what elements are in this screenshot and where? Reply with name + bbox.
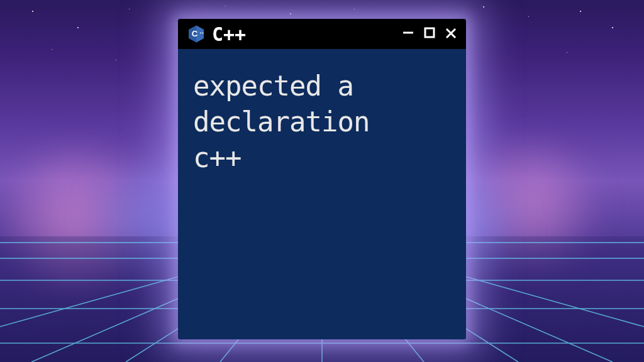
- close-button[interactable]: [445, 26, 457, 42]
- svg-text:+: +: [202, 31, 204, 35]
- maximize-button[interactable]: [423, 26, 436, 41]
- titlebar[interactable]: C + + C++: [178, 19, 466, 49]
- svg-rect-20: [425, 28, 434, 37]
- error-message-text: expected a declaration c++: [193, 68, 451, 176]
- window-title: C++: [212, 23, 396, 45]
- window-body: expected a declaration c++: [178, 49, 466, 339]
- terminal-window: C + + C++ expected a declaration c++: [178, 19, 466, 339]
- svg-text:C: C: [192, 29, 198, 38]
- svg-text:+: +: [199, 31, 201, 35]
- cpp-hexagon-icon: C + +: [187, 25, 206, 43]
- window-controls: [402, 26, 457, 42]
- minimize-button[interactable]: [402, 26, 414, 41]
